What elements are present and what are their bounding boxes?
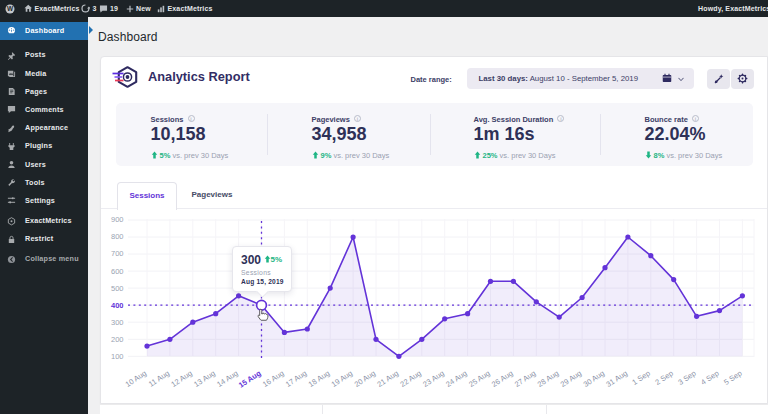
svg-text:800: 800: [111, 232, 124, 241]
svg-text:3 Sep: 3 Sep: [676, 369, 697, 387]
svg-text:22 Aug: 22 Aug: [398, 369, 422, 389]
svg-text:500: 500: [111, 284, 124, 293]
svg-text:W: W: [6, 5, 13, 12]
svg-text:400: 400: [111, 301, 124, 310]
svg-text:27 Aug: 27 Aug: [513, 369, 537, 389]
svg-text:200: 200: [111, 335, 124, 344]
svg-text:24 Aug: 24 Aug: [444, 369, 468, 389]
svg-text:300: 300: [111, 318, 124, 327]
svg-text:20 Aug: 20 Aug: [353, 369, 377, 389]
svg-text:29 Aug: 29 Aug: [559, 369, 583, 389]
svg-text:900: 900: [111, 215, 124, 224]
svg-text:100: 100: [111, 352, 124, 361]
svg-text:10 Aug: 10 Aug: [124, 369, 148, 389]
svg-text:18 Aug: 18 Aug: [307, 369, 331, 389]
svg-text:600: 600: [111, 267, 124, 276]
svg-text:19 Aug: 19 Aug: [330, 369, 354, 389]
svg-text:4 Sep: 4 Sep: [699, 369, 720, 387]
svg-text:700: 700: [111, 249, 124, 258]
svg-text:13 Aug: 13 Aug: [192, 369, 216, 389]
svg-text:11 Aug: 11 Aug: [147, 369, 171, 389]
svg-text:5 Sep: 5 Sep: [722, 369, 743, 387]
svg-text:30 Aug: 30 Aug: [582, 369, 606, 389]
svg-text:31 Aug: 31 Aug: [604, 369, 628, 389]
svg-text:1 Sep: 1 Sep: [631, 369, 652, 387]
svg-text:2 Sep: 2 Sep: [653, 369, 674, 387]
svg-text:15 Aug: 15 Aug: [237, 368, 263, 389]
svg-text:25 Aug: 25 Aug: [467, 369, 491, 389]
svg-text:14 Aug: 14 Aug: [215, 369, 239, 389]
svg-text:23 Aug: 23 Aug: [421, 369, 445, 389]
svg-text:12 Aug: 12 Aug: [169, 369, 193, 389]
svg-text:28 Aug: 28 Aug: [536, 369, 560, 389]
svg-text:26 Aug: 26 Aug: [490, 369, 514, 389]
svg-text:17 Aug: 17 Aug: [284, 369, 308, 389]
svg-text:16 Aug: 16 Aug: [261, 369, 285, 389]
svg-text:21 Aug: 21 Aug: [375, 369, 399, 389]
